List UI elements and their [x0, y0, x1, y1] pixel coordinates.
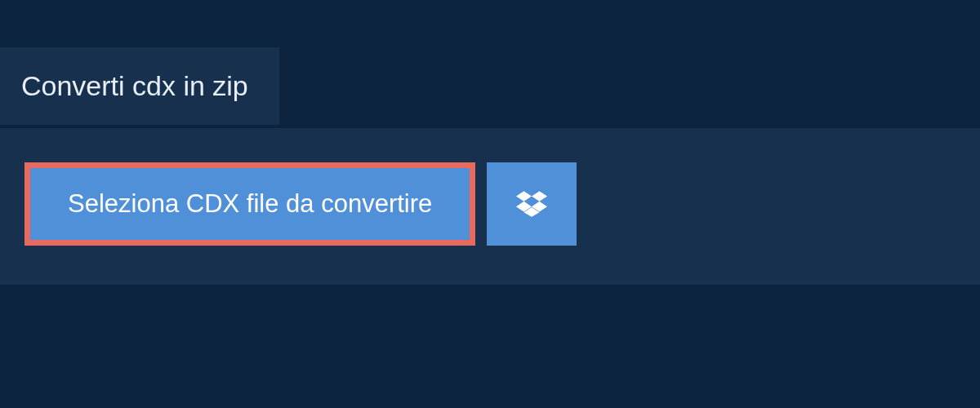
- converter-panel: Seleziona CDX file da convertire: [0, 125, 980, 285]
- tab-title: Converti cdx in zip: [0, 47, 279, 125]
- select-file-button[interactable]: Seleziona CDX file da convertire: [30, 168, 470, 240]
- select-file-highlight: Seleziona CDX file da convertire: [24, 162, 475, 246]
- dropbox-icon: [516, 188, 547, 220]
- dropbox-button[interactable]: [487, 162, 577, 246]
